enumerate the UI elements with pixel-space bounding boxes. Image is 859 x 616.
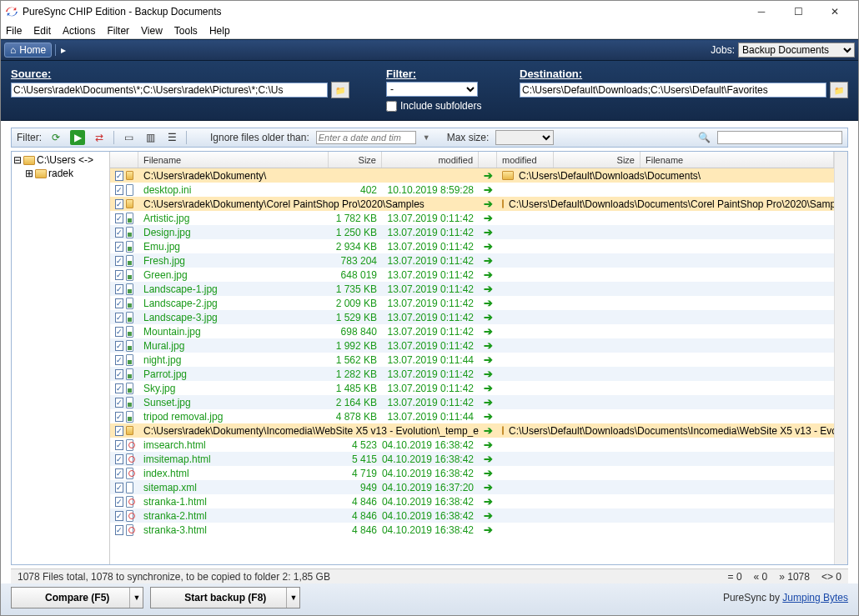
header-size2[interactable]: Size: [554, 152, 640, 168]
file-row[interactable]: ✓Landscape-1.jpg1 735 KB13.07.2019 0:11:…: [110, 282, 834, 296]
file-row[interactable]: ✓stranka-2.html4 84604.10.2019 16:38:42➔: [110, 508, 834, 523]
direction-arrow-icon[interactable]: ➔: [484, 438, 493, 451]
row-checkbox[interactable]: ✓: [115, 228, 123, 238]
direction-arrow-icon[interactable]: ➔: [484, 198, 493, 210]
collapse-icon[interactable]: ⊟: [13, 154, 22, 166]
file-row[interactable]: ✓Design.jpg1 250 KB13.07.2019 0:11:42➔: [110, 225, 834, 239]
start-backup-button[interactable]: Start backup (F8) ▼: [150, 587, 300, 608]
view-split-icon[interactable]: ▥: [143, 130, 158, 145]
folder-row[interactable]: ✓C:\Users\radek\Dokumenty\Corel PaintSho…: [110, 197, 834, 211]
file-row[interactable]: ✓Mural.jpg1 992 KB13.07.2019 0:11:42➔: [110, 338, 834, 353]
file-row[interactable]: ✓sitemap.xml94904.10.2019 16:37:20➔: [110, 480, 834, 494]
destination-browse-button[interactable]: 📁: [830, 82, 848, 98]
view-list-icon[interactable]: ☰: [164, 130, 179, 145]
filter-forward-icon[interactable]: ▶: [70, 130, 85, 145]
direction-arrow-icon[interactable]: ➔: [484, 353, 493, 366]
destination-path-input[interactable]: [520, 83, 826, 98]
direction-arrow-icon[interactable]: ➔: [484, 311, 493, 323]
row-checkbox[interactable]: ✓: [115, 284, 123, 294]
row-checkbox[interactable]: ✓: [115, 525, 123, 535]
direction-arrow-icon[interactable]: ➔: [484, 481, 493, 493]
compare-button[interactable]: Compare (F5) ▼: [11, 587, 143, 608]
row-checkbox[interactable]: ✓: [115, 199, 123, 209]
row-checkbox[interactable]: ✓: [115, 171, 123, 181]
folder-row[interactable]: ✓C:\Users\radek\Dokumenty\Incomedia\WebS…: [110, 423, 834, 438]
source-path-input[interactable]: [11, 83, 328, 98]
file-row[interactable]: ✓Sky.jpg1 485 KB13.07.2019 0:11:42➔: [110, 381, 834, 395]
row-checkbox[interactable]: ✓: [115, 341, 123, 351]
home-button[interactable]: ⌂ Home: [4, 43, 52, 58]
file-row[interactable]: ✓stranka-1.html4 84604.10.2019 16:38:42➔: [110, 494, 834, 508]
row-checkbox[interactable]: ✓: [115, 298, 123, 308]
header-filename[interactable]: Filename: [138, 152, 329, 168]
direction-arrow-icon[interactable]: ➔: [484, 396, 493, 408]
menu-edit[interactable]: Edit: [33, 25, 51, 37]
file-row[interactable]: ✓Sunset.jpg2 164 KB13.07.2019 0:11:42➔: [110, 395, 834, 409]
header-modified2[interactable]: modified: [497, 152, 554, 168]
header-direction[interactable]: [479, 152, 497, 168]
folder-row[interactable]: ✓C:\Users\radek\Dokumenty\➔C:\Users\Defa…: [110, 168, 834, 183]
direction-arrow-icon[interactable]: ➔: [484, 410, 493, 423]
file-row[interactable]: ✓index.html4 71904.10.2019 16:38:42➔: [110, 466, 834, 480]
file-row[interactable]: ✓Landscape-3.jpg1 529 KB13.07.2019 0:11:…: [110, 310, 834, 324]
row-checkbox[interactable]: ✓: [115, 256, 123, 266]
direction-arrow-icon[interactable]: ➔: [484, 368, 493, 380]
minimize-button[interactable]: ─: [743, 1, 780, 23]
menu-view[interactable]: View: [141, 25, 163, 37]
row-checkbox[interactable]: ✓: [115, 497, 123, 507]
file-row[interactable]: ✓Emu.jpg2 934 KB13.07.2019 0:11:42➔: [110, 239, 834, 253]
header-size[interactable]: Size: [329, 152, 382, 168]
menu-filter[interactable]: Filter: [107, 25, 129, 37]
tree-child[interactable]: ⊞ radek: [13, 167, 108, 180]
nav-forward-icon[interactable]: ▸: [55, 44, 71, 56]
backup-dropdown-icon[interactable]: ▼: [286, 588, 299, 608]
row-checkbox[interactable]: ✓: [115, 398, 123, 408]
row-checkbox[interactable]: ✓: [115, 483, 123, 493]
direction-arrow-icon[interactable]: ➔: [484, 424, 493, 437]
direction-arrow-icon[interactable]: ➔: [484, 495, 493, 508]
row-checkbox[interactable]: ✓: [115, 383, 123, 393]
search-icon[interactable]: 🔍: [698, 132, 711, 143]
row-checkbox[interactable]: ✓: [115, 440, 123, 450]
jobs-select[interactable]: Backup Documents: [738, 43, 855, 58]
file-row[interactable]: ✓Fresh.jpg783 20413.07.2019 0:11:42➔: [110, 253, 834, 268]
direction-arrow-icon[interactable]: ➔: [484, 509, 493, 522]
direction-arrow-icon[interactable]: ➔: [484, 268, 493, 281]
file-row[interactable]: ✓Artistic.jpg1 782 KB13.07.2019 0:11:42➔: [110, 211, 834, 225]
search-input[interactable]: [717, 131, 842, 144]
file-row[interactable]: ✓Mountain.jpg698 84013.07.2019 0:11:42➔: [110, 324, 834, 338]
row-checkbox[interactable]: ✓: [115, 426, 123, 436]
file-row[interactable]: ✓tripod removal.jpg4 878 KB13.07.2019 0:…: [110, 409, 834, 423]
folder-tree[interactable]: ⊟ C:\Users <-> ⊞ radek: [12, 152, 110, 564]
direction-arrow-icon[interactable]: ➔: [484, 226, 493, 238]
menu-actions[interactable]: Actions: [63, 25, 95, 37]
expand-icon[interactable]: ⊞: [25, 168, 33, 179]
direction-arrow-icon[interactable]: ➔: [484, 523, 493, 536]
file-row[interactable]: ✓stranka-3.html4 84604.10.2019 16:38:42➔: [110, 523, 834, 537]
direction-arrow-icon[interactable]: ➔: [484, 283, 493, 295]
tree-root[interactable]: ⊟ C:\Users <->: [13, 153, 108, 167]
direction-arrow-icon[interactable]: ➔: [484, 325, 493, 338]
menu-help[interactable]: Help: [209, 25, 230, 37]
direction-arrow-icon[interactable]: ➔: [484, 212, 493, 224]
row-checkbox[interactable]: ✓: [115, 242, 123, 252]
direction-arrow-icon[interactable]: ➔: [484, 254, 493, 267]
row-checkbox[interactable]: ✓: [115, 468, 123, 478]
filter-select[interactable]: -: [386, 82, 478, 97]
file-row[interactable]: ✓night.jpg1 562 KB13.07.2019 0:11:44➔: [110, 353, 834, 367]
maxsize-select[interactable]: [495, 130, 554, 145]
direction-arrow-icon[interactable]: ➔: [484, 467, 493, 479]
direction-arrow-icon[interactable]: ➔: [484, 297, 493, 309]
include-subfolders-checkbox[interactable]: [386, 101, 397, 112]
row-checkbox[interactable]: ✓: [115, 454, 123, 464]
source-browse-button[interactable]: 📁: [331, 82, 349, 98]
date-dropdown-icon[interactable]: ▼: [423, 133, 430, 142]
file-row[interactable]: ✓desktop.ini40210.10.2019 8:59:28➔: [110, 183, 834, 197]
maximize-button[interactable]: ☐: [780, 1, 816, 23]
row-checkbox[interactable]: ✓: [115, 270, 123, 280]
file-row[interactable]: ✓Green.jpg648 01913.07.2019 0:11:42➔: [110, 268, 834, 282]
direction-arrow-icon[interactable]: ➔: [484, 453, 493, 465]
filter-refresh-icon[interactable]: ⟳: [48, 130, 63, 145]
header-filename2[interactable]: Filename: [640, 152, 834, 168]
row-checkbox[interactable]: ✓: [115, 369, 123, 379]
